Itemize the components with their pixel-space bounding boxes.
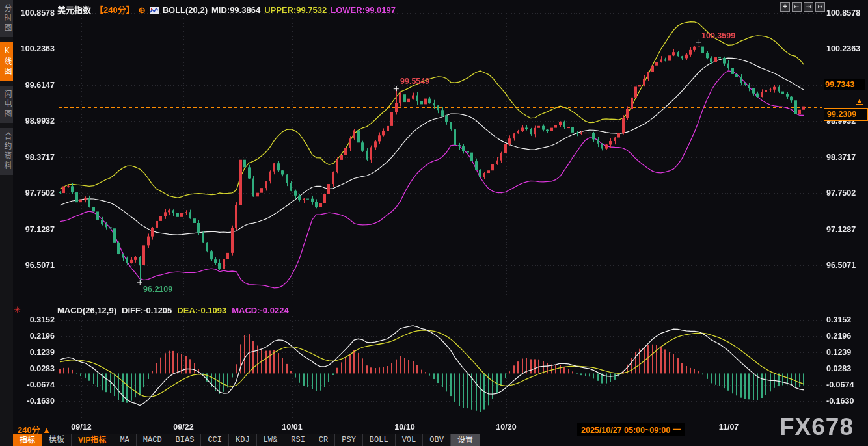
shift-right-icon[interactable]: ↦ bbox=[815, 2, 825, 12]
macd-axis-left-4: -0.0674 bbox=[16, 380, 55, 389]
chart-type-icon[interactable] bbox=[150, 7, 159, 16]
toolbar-item-模板[interactable]: 模板 bbox=[42, 434, 71, 446]
x-axis-label-11/07: 11/07 bbox=[719, 423, 739, 432]
macd-macd-value: MACD:-0.0224 bbox=[232, 306, 288, 315]
x-axis-label-10/20: 10/20 bbox=[496, 423, 516, 432]
toolbar-item-BOLL[interactable]: BOLL bbox=[362, 434, 395, 446]
sidebar-item-2[interactable]: K线图 bbox=[0, 42, 13, 81]
sidebar-item-4[interactable]: 合约资料 bbox=[0, 128, 13, 175]
price-axis-left-0: 100.8578 bbox=[16, 8, 55, 18]
toolbar-item-设置[interactable]: 设置 bbox=[450, 434, 480, 446]
price-axis-left-6: 97.1287 bbox=[16, 225, 55, 234]
pan-icon[interactable]: ✚ bbox=[780, 2, 790, 12]
brand-watermark: FX678 bbox=[780, 413, 854, 441]
price-axis-left-1: 100.2363 bbox=[16, 44, 55, 53]
indicator-toolbar: 指标模板VIP指标MAMACDBIASCCIKDJLW&RSICRPSYBOLL… bbox=[13, 434, 480, 446]
period-label: 【240分】 bbox=[95, 5, 135, 15]
toolbar-item-RSI[interactable]: RSI bbox=[284, 434, 312, 446]
macd-axis-left-1: 0.2196 bbox=[16, 332, 55, 341]
interval-text: 240分 bbox=[18, 425, 40, 435]
price-axis-right-4: 97.7502 bbox=[826, 189, 856, 198]
macd-axis-left-5: -0.1630 bbox=[16, 397, 55, 406]
x-axis-label-09/12: 09/12 bbox=[71, 423, 91, 432]
current-price-badge: 99.2309 bbox=[824, 108, 868, 121]
toolbar-item-BIAS[interactable]: BIAS bbox=[169, 434, 201, 446]
price-up-arrow-icon: ▲ bbox=[856, 98, 863, 105]
annotation-low-96: 96.2109 bbox=[143, 285, 172, 294]
price-axis-right-0: 100.8578 bbox=[826, 8, 860, 18]
sidebar-item-3[interactable]: 闪电图 bbox=[0, 86, 13, 123]
toolbar-item-MACD[interactable]: MACD bbox=[136, 434, 169, 446]
price-axis-left-2: 99.6147 bbox=[16, 81, 55, 90]
crosshair-date-tooltip: 2025/10/27 05:00~09:00 一 bbox=[577, 423, 685, 436]
boll-lower-value: LOWER:99.0197 bbox=[331, 5, 396, 15]
interval-up-arrow-icon: ▲ bbox=[42, 425, 51, 435]
toolbar-item-CR[interactable]: CR bbox=[312, 434, 334, 446]
macd-diff-value: DIFF:-0.1205 bbox=[122, 306, 172, 315]
toolbar-item-PSY[interactable]: PSY bbox=[334, 434, 362, 446]
sidebar: 分时图K线图闪电图合约资料 bbox=[0, 0, 13, 446]
toolbar-item-MA[interactable]: MA bbox=[113, 434, 135, 446]
price-axis-right-3: 98.3717 bbox=[826, 153, 856, 162]
price-macd-chart-canvas[interactable] bbox=[0, 0, 868, 446]
compress-right-icon[interactable]: ⇥ bbox=[804, 2, 813, 12]
toolbar-item-CCI[interactable]: CCI bbox=[200, 434, 228, 446]
price-axis-left-3: 98.9932 bbox=[16, 116, 55, 125]
price-axis-right-5: 97.1287 bbox=[826, 225, 856, 234]
toolbar-item-指标[interactable]: 指标 bbox=[13, 434, 42, 446]
x-axis-label-09/22: 09/22 bbox=[173, 423, 193, 432]
symbol-name: 美元指数 bbox=[57, 5, 91, 15]
toolbar-item-VIP指标[interactable]: VIP指标 bbox=[71, 434, 113, 446]
toolbar-item-KDJ[interactable]: KDJ bbox=[228, 434, 256, 446]
sidebar-item-1[interactable]: 分时图 bbox=[0, 0, 13, 37]
price-axis-right-1: 100.2363 bbox=[826, 44, 860, 53]
price-axis-left-7: 96.5071 bbox=[16, 261, 55, 270]
add-indicator-icon[interactable]: ⊕ bbox=[139, 5, 146, 15]
charting-app: 分时图K线图闪电图合约资料 美元指数【240分】⊕BOLL(20,2)MID:9… bbox=[0, 0, 868, 446]
macd-axis-right-4: -0.0674 bbox=[826, 380, 854, 389]
macd-axis-right-3: 0.0283 bbox=[826, 364, 851, 373]
price-axis-left-4: 98.3717 bbox=[16, 153, 55, 162]
macd-axis-left-0: 0.3152 bbox=[16, 315, 55, 324]
macd-axis-left-3: 0.0283 bbox=[16, 364, 55, 373]
macd-axis-right-5: -0.1630 bbox=[826, 397, 854, 406]
session-open-price-label: 99.7343 bbox=[824, 79, 865, 90]
price-axis-left-5: 97.7502 bbox=[16, 189, 55, 198]
x-axis-label-10/01: 10/01 bbox=[282, 423, 302, 432]
macd-axis-left-2: 0.1239 bbox=[16, 348, 55, 357]
boll-indicator-label: BOLL(20,2) bbox=[163, 5, 208, 15]
macd-settings-icon[interactable]: ✳ bbox=[14, 305, 21, 315]
toolbar-item-OBV[interactable]: OBV bbox=[422, 434, 450, 446]
macd-legend: MACD(26,12,9)DIFF:-0.1205DEA:-0.1093MACD… bbox=[57, 306, 294, 315]
compress-left-icon[interactable]: ⇤ bbox=[792, 2, 802, 12]
macd-axis-right-2: 0.1239 bbox=[826, 348, 851, 357]
price-axis-right-6: 96.5071 bbox=[826, 261, 856, 270]
macd-indicator-label: MACD(26,12,9) bbox=[57, 306, 116, 315]
macd-dea-value: DEA:-0.1093 bbox=[177, 306, 226, 315]
macd-axis-right-1: 0.2196 bbox=[826, 332, 851, 341]
annotation-high-100: 100.3599 bbox=[701, 31, 735, 40]
boll-mid-value: MID:99.3864 bbox=[211, 5, 260, 15]
boll-upper-value: UPPER:99.7532 bbox=[264, 5, 327, 15]
chart-toolbuttons: ✚⇤⇥↦ bbox=[780, 2, 825, 12]
toolbar-item-VOL[interactable]: VOL bbox=[395, 434, 423, 446]
toolbar-item-LW&[interactable]: LW& bbox=[256, 434, 284, 446]
macd-axis-right-0: 0.3152 bbox=[826, 315, 851, 324]
x-axis-label-10/10: 10/10 bbox=[394, 423, 414, 432]
main-chart-legend: 美元指数【240分】⊕BOLL(20,2)MID:99.3864UPPER:99… bbox=[57, 3, 400, 16]
annotation-high-99: 99.5549 bbox=[400, 77, 429, 86]
